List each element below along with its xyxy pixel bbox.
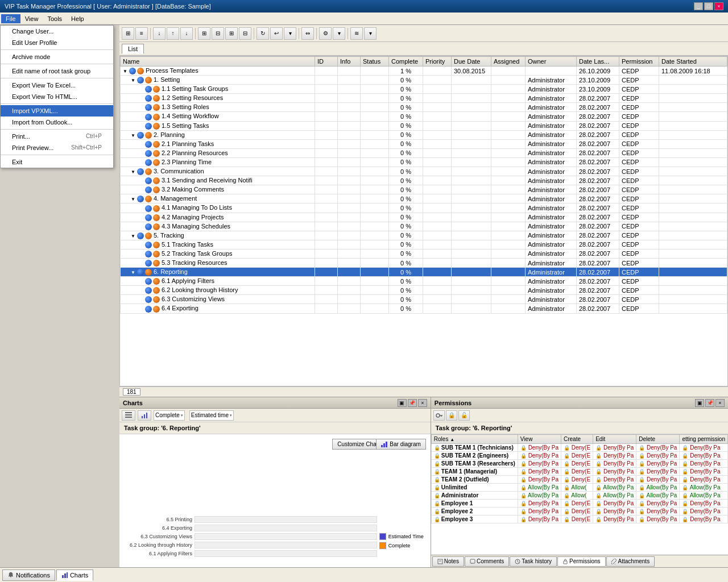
col-owner[interactable]: Owner bbox=[526, 57, 577, 66]
task-name-cell[interactable]: 4.2 Managing Projects bbox=[121, 213, 315, 222]
menu-tools[interactable]: Tools bbox=[43, 14, 67, 23]
toolbar-collapse-all[interactable]: ⊟ bbox=[239, 27, 251, 40]
perm-col-setting[interactable]: etting permission bbox=[680, 435, 728, 444]
perms-pin-btn[interactable]: 📌 bbox=[705, 399, 714, 407]
toolbar-indent[interactable]: ↓ bbox=[153, 27, 166, 40]
perm-table-row[interactable]: 🔒TEAM 1 (Managerial)🔒 Deny(By Pa🔒 Deny(E… bbox=[431, 468, 727, 476]
perm-col-create[interactable]: Create bbox=[561, 435, 593, 444]
perm-table-row[interactable]: 🔒TEAM 2 (Outfield)🔒 Deny(By Pa🔒 Deny(E🔒 … bbox=[431, 476, 727, 484]
task-name-cell[interactable]: 4.1 Managing To Do Lists bbox=[121, 203, 315, 213]
perm-col-view[interactable]: View bbox=[518, 435, 561, 444]
table-row[interactable]: ▼3. Communication0 %Administrator28.02.2… bbox=[121, 167, 727, 176]
table-row[interactable]: 5.1 Tracking Tasks0 %Administrator28.02.… bbox=[121, 240, 727, 249]
menu-import-outlook[interactable]: Import from Outlook... bbox=[1, 117, 113, 128]
chart-icon-btn-2[interactable] bbox=[138, 410, 151, 421]
toolbar-btn-2[interactable]: ≡ bbox=[135, 27, 148, 40]
task-name-cell[interactable]: 5.3 Tracking Resources bbox=[121, 258, 315, 267]
toolbar-settings[interactable]: ⚙ bbox=[319, 27, 332, 40]
table-row[interactable]: ▼5. Tracking0 %Administrator28.02.2007CE… bbox=[121, 231, 727, 240]
perm-col-delete[interactable]: Delete bbox=[636, 435, 680, 444]
perm-tab-comments[interactable]: Comments bbox=[465, 556, 509, 567]
bar-diagram-btn[interactable]: Bar diagram bbox=[376, 439, 425, 450]
toolbar-expand-all[interactable]: ⊞ bbox=[225, 27, 238, 40]
toolbar-refresh[interactable]: ↻ bbox=[257, 27, 269, 40]
expand-icon[interactable]: ▼ bbox=[131, 270, 135, 275]
table-row[interactable]: 1.5 Setting Tasks0 %Administrator28.02.2… bbox=[121, 121, 727, 130]
task-name-cell[interactable]: ▼Process Templates bbox=[121, 66, 315, 76]
charts-restore-btn[interactable]: ▣ bbox=[398, 399, 407, 407]
col-info[interactable]: Info bbox=[338, 57, 361, 66]
task-name-cell[interactable]: 5.2 Tracking Task Groups bbox=[121, 249, 315, 258]
table-row[interactable]: 6.1 Applying Filters0 %Administrator28.0… bbox=[121, 277, 727, 286]
minimize-btn[interactable]: _ bbox=[694, 2, 703, 10]
perm-table-row[interactable]: 🔒Employee 3🔒 Deny(By Pa🔒 Deny(E🔒 Deny(By… bbox=[431, 516, 727, 523]
table-row[interactable]: 2.3 Planning Time0 %Administrator28.02.2… bbox=[121, 157, 727, 167]
task-name-cell[interactable]: 6.1 Applying Filters bbox=[121, 277, 315, 286]
task-name-cell[interactable]: 4.3 Managing Schedules bbox=[121, 222, 315, 231]
task-name-cell[interactable]: ▼4. Management bbox=[121, 194, 315, 203]
close-btn[interactable]: × bbox=[714, 2, 723, 10]
table-row[interactable]: 2.2 Planning Resources0 %Administrator28… bbox=[121, 148, 727, 157]
tab-notifications[interactable]: Notifications bbox=[2, 569, 55, 581]
charts-pin-btn[interactable]: 📌 bbox=[408, 399, 417, 407]
tab-charts[interactable]: Charts bbox=[56, 569, 93, 581]
task-name-cell[interactable]: ▼3. Communication bbox=[121, 167, 315, 176]
menu-file[interactable]: File bbox=[1, 14, 20, 23]
task-name-cell[interactable]: 6.3 Customizing Views bbox=[121, 295, 315, 304]
menu-export-html[interactable]: Export View To HTML... bbox=[1, 91, 113, 102]
perm-tab-attachments[interactable]: Attachments bbox=[606, 556, 655, 567]
table-row[interactable]: 3.1 Sending and Receiving Notifi0 %Admin… bbox=[121, 176, 727, 185]
table-row[interactable]: ▼Process Templates1 %30.08.201526.10.200… bbox=[121, 66, 727, 76]
task-name-cell[interactable]: 5.1 Tracking Tasks bbox=[121, 240, 315, 249]
toolbar-btn-1[interactable]: ⊞ bbox=[122, 27, 134, 40]
col-priority[interactable]: Priority bbox=[423, 57, 452, 66]
menu-edit-profile[interactable]: Edit User Profile bbox=[1, 37, 113, 48]
expand-icon[interactable]: ▼ bbox=[131, 197, 135, 202]
task-name-cell[interactable]: 1.1 Setting Task Groups bbox=[121, 85, 315, 94]
perm-table-row[interactable]: 🔒Unlimited🔒 Allow(By Pa🔒 Allow(🔒 Allow(B… bbox=[431, 484, 727, 492]
menu-change-user[interactable]: Change User... bbox=[1, 26, 113, 37]
perm-tab-permissions[interactable]: Permissions bbox=[557, 556, 605, 567]
perm-col-roles[interactable]: Roles ▲ bbox=[431, 435, 518, 444]
toolbar-dropdown-1[interactable]: ▾ bbox=[284, 27, 296, 40]
menu-help[interactable]: Help bbox=[67, 14, 89, 23]
table-row[interactable]: 2.1 Planning Tasks0 %Administrator28.02.… bbox=[121, 139, 727, 148]
task-name-cell[interactable]: 3.2 Making Comments bbox=[121, 185, 315, 194]
menu-edit-root-name[interactable]: Edit name of root task group bbox=[1, 65, 113, 77]
task-name-cell[interactable]: ▼5. Tracking bbox=[121, 231, 315, 240]
task-name-cell[interactable]: 1.3 Setting Roles bbox=[121, 103, 315, 112]
task-name-cell[interactable]: ▼6. Reporting bbox=[121, 268, 315, 277]
expand-icon[interactable]: ▼ bbox=[123, 69, 127, 74]
toolbar-link[interactable]: ⇔ bbox=[301, 27, 314, 40]
table-row[interactable]: ▼2. Planning0 %Administrator28.02.2007CE… bbox=[121, 130, 727, 139]
toolbar-undo[interactable]: ↩ bbox=[270, 27, 283, 40]
task-name-cell[interactable]: 2.3 Planning Time bbox=[121, 157, 315, 167]
perm-table-row[interactable]: 🔒Employee 2🔒 Deny(By Pa🔒 Deny(E🔒 Deny(By… bbox=[431, 508, 727, 516]
complete-tab-selector[interactable]: Complete ▾ bbox=[154, 410, 185, 421]
perm-btn-2[interactable]: 🔒 bbox=[446, 410, 457, 421]
task-name-cell[interactable]: 6.4 Exporting bbox=[121, 304, 315, 313]
table-row[interactable]: 4.3 Managing Schedules0 %Administrator28… bbox=[121, 222, 727, 231]
table-row[interactable]: 6.4 Exporting0 %Administrator28.02.2007C… bbox=[121, 304, 727, 313]
maximize-btn[interactable]: □ bbox=[704, 2, 713, 10]
table-row[interactable]: 4.2 Managing Projects0 %Administrator28.… bbox=[121, 213, 727, 222]
task-name-cell[interactable]: ▼1. Setting bbox=[121, 76, 315, 85]
menu-view[interactable]: View bbox=[20, 14, 43, 23]
chart-icon-btn-1[interactable] bbox=[122, 410, 135, 421]
perm-tab-task-history[interactable]: Task history bbox=[510, 556, 557, 567]
menu-print-preview[interactable]: Print Preview... Shift+Ctrl+P bbox=[1, 142, 113, 153]
table-row[interactable]: ▼6. Reporting0 %Administrator28.02.2007C… bbox=[121, 268, 727, 277]
tab-list[interactable]: List bbox=[122, 44, 144, 54]
col-duedate[interactable]: Due Date bbox=[452, 57, 491, 66]
table-row[interactable]: ▼1. Setting0 %Administrator23.10.2009CED… bbox=[121, 76, 727, 85]
toolbar-filter[interactable]: ≋ bbox=[350, 27, 363, 40]
perm-table-row[interactable]: 🔒SUB TEAM 1 (Technicians)🔒 Deny(By Pa🔒 D… bbox=[431, 444, 727, 452]
table-row[interactable]: 6.2 Looking through History0 %Administra… bbox=[121, 286, 727, 295]
task-name-cell[interactable]: 1.5 Setting Tasks bbox=[121, 121, 315, 130]
table-row[interactable]: 1.4 Setting Workflow0 %Administrator28.0… bbox=[121, 112, 727, 121]
col-complete[interactable]: Complete bbox=[389, 57, 423, 66]
perms-restore-btn[interactable]: ▣ bbox=[695, 399, 704, 407]
charts-close-btn[interactable]: × bbox=[418, 399, 427, 407]
table-row[interactable]: 1.2 Setting Resources0 %Administrator28.… bbox=[121, 94, 727, 103]
table-row[interactable]: 1.3 Setting Roles0 %Administrator28.02.2… bbox=[121, 103, 727, 112]
